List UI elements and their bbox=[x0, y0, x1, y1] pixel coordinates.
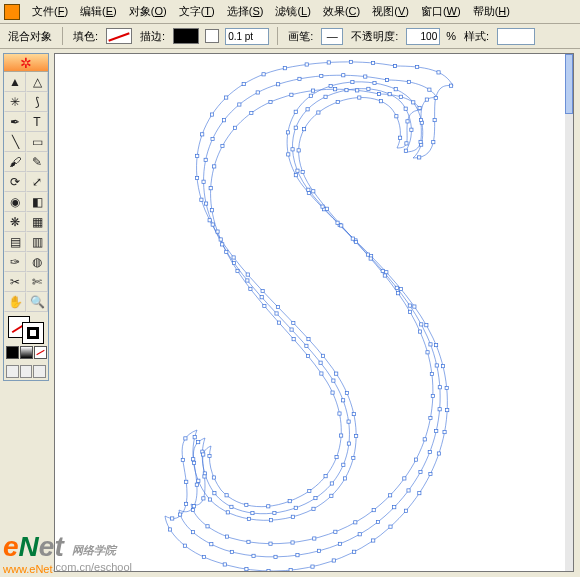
anchor-point[interactable] bbox=[398, 136, 401, 139]
anchor-point[interactable] bbox=[342, 399, 345, 402]
anchor-point[interactable] bbox=[294, 174, 297, 177]
menu-c[interactable]: 效果(C) bbox=[317, 2, 366, 21]
anchor-point[interactable] bbox=[426, 351, 429, 354]
anchor-point[interactable] bbox=[236, 269, 239, 272]
anchor-point[interactable] bbox=[364, 75, 367, 78]
anchor-point[interactable] bbox=[312, 507, 315, 510]
anchor-point[interactable] bbox=[352, 412, 355, 415]
rotate-tool[interactable]: ⟳ bbox=[4, 172, 26, 192]
anchor-point[interactable] bbox=[213, 492, 216, 495]
anchor-point[interactable] bbox=[441, 365, 444, 368]
anchor-point[interactable] bbox=[435, 343, 438, 346]
anchor-point[interactable] bbox=[413, 305, 416, 308]
anchor-point[interactable] bbox=[389, 525, 392, 528]
anchor-point[interactable] bbox=[345, 89, 348, 92]
anchor-point[interactable] bbox=[225, 250, 228, 253]
anchor-point[interactable] bbox=[183, 544, 186, 547]
anchor-point[interactable] bbox=[288, 500, 291, 503]
scrollbar-thumb[interactable] bbox=[565, 54, 573, 114]
anchor-point[interactable] bbox=[209, 187, 212, 190]
anchor-point[interactable] bbox=[340, 224, 343, 227]
style-selector[interactable] bbox=[497, 28, 535, 45]
warp-tool[interactable]: ◉ bbox=[4, 192, 26, 212]
anchor-point[interactable] bbox=[381, 269, 384, 272]
anchor-point[interactable] bbox=[418, 492, 421, 495]
menu-f[interactable]: 文件(F) bbox=[26, 2, 74, 21]
anchor-point[interactable] bbox=[358, 533, 361, 536]
anchor-point[interactable] bbox=[291, 515, 294, 518]
anchor-point[interactable] bbox=[317, 111, 320, 114]
anchor-point[interactable] bbox=[251, 511, 254, 514]
anchor-point[interactable] bbox=[321, 205, 324, 208]
anchor-point[interactable] bbox=[210, 209, 213, 212]
anchor-point[interactable] bbox=[197, 479, 200, 482]
anchor-point[interactable] bbox=[230, 505, 233, 508]
free-transform-tool[interactable]: ◧ bbox=[26, 192, 48, 212]
anchor-point[interactable] bbox=[195, 176, 198, 179]
anchor-point[interactable] bbox=[347, 442, 350, 445]
menu-e[interactable]: 编辑(E) bbox=[74, 2, 123, 21]
anchor-point[interactable] bbox=[211, 223, 214, 226]
anchor-point[interactable] bbox=[267, 569, 270, 572]
mesh-tool[interactable]: ▤ bbox=[4, 232, 26, 252]
anchor-point[interactable] bbox=[432, 141, 435, 144]
anchor-point[interactable] bbox=[340, 434, 343, 437]
anchor-point[interactable] bbox=[330, 494, 333, 497]
anchor-point[interactable] bbox=[385, 78, 388, 81]
anchor-point[interactable] bbox=[246, 273, 249, 276]
blend-tool[interactable]: ◍ bbox=[26, 252, 48, 272]
anchor-point[interactable] bbox=[232, 261, 235, 264]
anchor-point[interactable] bbox=[296, 554, 299, 557]
anchor-point[interactable] bbox=[342, 463, 345, 466]
anchor-point[interactable] bbox=[249, 287, 252, 290]
anchor-point[interactable] bbox=[226, 511, 229, 514]
anchor-point[interactable] bbox=[372, 539, 375, 542]
anchor-point[interactable] bbox=[356, 89, 359, 92]
type-tool[interactable]: T bbox=[26, 112, 48, 132]
anchor-point[interactable] bbox=[345, 391, 348, 394]
anchor-point[interactable] bbox=[225, 494, 228, 497]
anchor-point[interactable] bbox=[238, 103, 241, 106]
anchor-point[interactable] bbox=[351, 237, 354, 240]
anchor-point[interactable] bbox=[335, 455, 338, 458]
anchor-point[interactable] bbox=[289, 569, 292, 572]
anchor-point[interactable] bbox=[383, 274, 386, 277]
anchor-point[interactable] bbox=[179, 513, 182, 516]
anchor-point[interactable] bbox=[435, 429, 438, 432]
rectangle-tool[interactable]: ▭ bbox=[26, 132, 48, 152]
stroke-style-swatch[interactable] bbox=[205, 29, 219, 43]
anchor-point[interactable] bbox=[354, 240, 357, 243]
anchor-point[interactable] bbox=[354, 521, 357, 524]
anchor-point[interactable] bbox=[245, 568, 248, 571]
anchor-point[interactable] bbox=[351, 80, 354, 83]
anchor-point[interactable] bbox=[171, 517, 174, 520]
anchor-point[interactable] bbox=[399, 95, 402, 98]
anchor-point[interactable] bbox=[294, 506, 297, 509]
anchor-point[interactable] bbox=[225, 535, 228, 538]
anchor-point[interactable] bbox=[208, 219, 211, 222]
screen-mode-normal[interactable] bbox=[6, 365, 19, 378]
anchor-point[interactable] bbox=[233, 126, 236, 129]
anchor-point[interactable] bbox=[298, 77, 301, 80]
anchor-point[interactable] bbox=[388, 93, 391, 96]
anchor-point[interactable] bbox=[277, 321, 280, 324]
anchor-point[interactable] bbox=[334, 530, 337, 533]
anchor-point[interactable] bbox=[210, 113, 213, 116]
stroke-weight-input[interactable] bbox=[225, 28, 269, 45]
anchor-point[interactable] bbox=[438, 386, 441, 389]
anchor-point[interactable] bbox=[425, 324, 428, 327]
anchor-point[interactable] bbox=[353, 550, 356, 553]
anchor-point[interactable] bbox=[301, 170, 304, 173]
color-mode-button[interactable] bbox=[6, 346, 19, 359]
symbol-sprayer-tool[interactable]: ❋ bbox=[4, 212, 26, 232]
anchor-point[interactable] bbox=[202, 453, 205, 456]
anchor-point[interactable] bbox=[313, 537, 316, 540]
menu-l[interactable]: 滤镜(L) bbox=[269, 2, 316, 21]
anchor-point[interactable] bbox=[408, 304, 411, 307]
opacity-input[interactable] bbox=[406, 28, 440, 45]
anchor-point[interactable] bbox=[242, 82, 245, 85]
anchor-point[interactable] bbox=[210, 543, 213, 546]
anchor-point[interactable] bbox=[309, 94, 312, 97]
anchor-point[interactable] bbox=[247, 517, 250, 520]
none-mode-button[interactable] bbox=[34, 346, 47, 359]
